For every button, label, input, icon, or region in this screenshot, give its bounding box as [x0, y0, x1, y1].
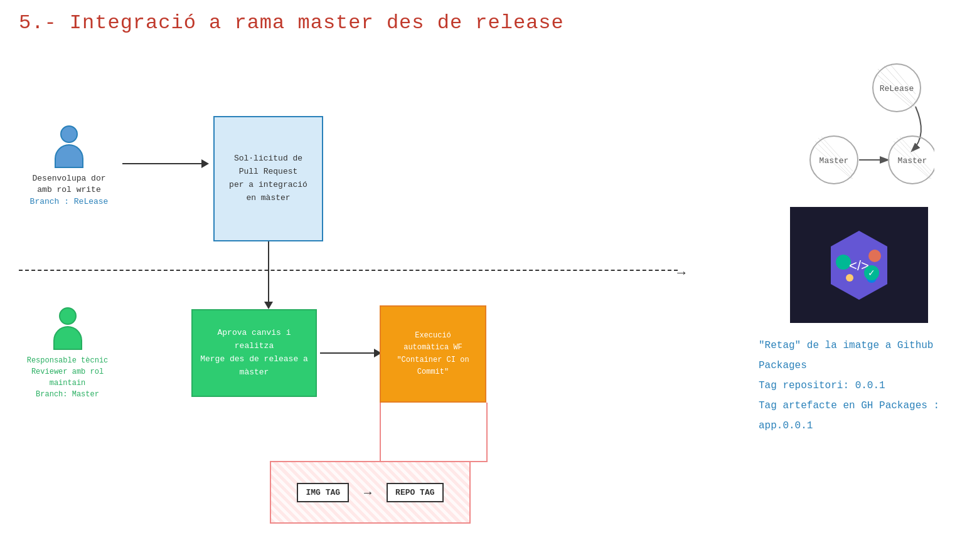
tag-arrow-icon: → — [361, 485, 374, 500]
repo-tag-box: REPO TAG — [387, 483, 443, 502]
merge-box-text: Aprova canvis i realitzaMerge des de rel… — [199, 327, 309, 379]
arrow-dev-to-pr — [122, 163, 204, 164]
merge-box: Aprova canvis i realitzaMerge des de rel… — [191, 309, 317, 397]
exec-to-tag-right-line — [486, 403, 488, 462]
developer-body — [55, 144, 83, 168]
gh-packages-icon: </> ✓ — [821, 228, 897, 303]
exec-box-text: Execucióautomàtica WF"Container CI onCom… — [397, 330, 469, 378]
gh-packages-box: </> ✓ — [790, 207, 928, 323]
tag-area: IMG TAG → REPO TAG — [270, 461, 471, 524]
img-tag-box: IMG TAG — [297, 483, 349, 502]
retag-line1: "Retag" de la imatge a Github Packages — [759, 335, 959, 376]
pr-box-text: Sol·licitud dePull Requestper a integrac… — [229, 152, 307, 204]
svg-text:Master: Master — [820, 156, 849, 166]
developer-label: Desenvolupa dor amb rol write — [32, 173, 105, 196]
dashed-arrow-icon: → — [675, 265, 688, 281]
dashed-line — [19, 270, 678, 271]
reviewer-area: Responsable tècnic Reviewer amb rol main… — [13, 307, 122, 400]
reviewer-body — [53, 326, 82, 350]
retag-text-container: "Retag" de la imatge a Github Packages T… — [759, 335, 959, 436]
exec-to-tag-left-line — [380, 403, 381, 462]
developer-head — [60, 125, 78, 143]
exec-box: Execucióautomàtica WF"Container CI onCom… — [380, 305, 486, 403]
retag-line3: Tag artefacte en GH Packages : app.0.0.1 — [759, 396, 959, 436]
reviewer-head — [59, 307, 77, 325]
retag-line2: Tag repositori: 0.0.1 — [759, 376, 959, 396]
main-container: 5.- Integració a rama master des de rele… — [0, 0, 972, 560]
svg-text:Master: Master — [898, 156, 927, 166]
svg-line-2 — [884, 66, 916, 100]
page-title: 5.- Integració a rama master des de rele… — [19, 11, 564, 34]
arrow-pr-down — [268, 241, 269, 304]
svg-point-25 — [846, 274, 853, 282]
arrow-merge-to-exec — [320, 352, 377, 354]
developer-area: Desenvolupa dor amb rol write Branch : R… — [19, 125, 119, 206]
pr-box: Sol·licitud dePull Requestper a integrac… — [213, 116, 323, 241]
reviewer-label: Responsable tècnic Reviewer amb rol main… — [13, 355, 122, 400]
branch-diagram-container: ReLease Master — [796, 60, 934, 185]
reviewer-icon — [50, 307, 85, 351]
developer-icon — [52, 125, 87, 169]
svg-text:✓: ✓ — [868, 268, 875, 278]
branch-release-label: Branch : ReLease — [30, 197, 109, 206]
svg-point-23 — [868, 250, 881, 262]
branch-diagram-svg: ReLease Master — [796, 60, 934, 185]
svg-text:ReLease: ReLease — [880, 84, 914, 93]
